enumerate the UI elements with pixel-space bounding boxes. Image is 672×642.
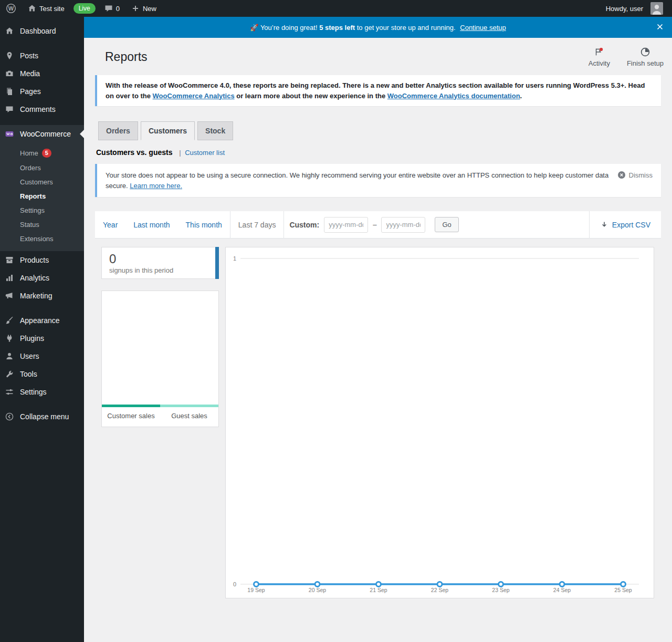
- sidebar-item-comments[interactable]: Comments: [0, 100, 84, 118]
- activity-button[interactable]: Activity: [589, 47, 610, 67]
- signups-chart: 0119 Sep20 Sep21 Sep22 Sep23 Sep24 Sep25…: [225, 247, 654, 598]
- my-account-menu[interactable]: Howdy, user: [600, 0, 669, 17]
- date-from-input[interactable]: [324, 217, 368, 233]
- sidebar-item-pages[interactable]: Pages: [0, 82, 84, 100]
- sidebar-item-media[interactable]: Media: [0, 65, 84, 82]
- settings-icon: [4, 387, 15, 397]
- wordpress-menu[interactable]: W: [0, 0, 22, 17]
- sidebar-subitem-status[interactable]: Status: [0, 218, 84, 232]
- export-csv-link[interactable]: Export CSV: [589, 211, 661, 238]
- stat-accent-bar: [215, 247, 219, 279]
- plugins-icon: [4, 334, 15, 343]
- avatar: [650, 2, 663, 15]
- activity-flag-icon: [594, 47, 604, 57]
- sidebar-item-products[interactable]: Products: [0, 251, 84, 269]
- new-content-menu[interactable]: New: [125, 0, 162, 17]
- range-tab-year[interactable]: Year: [95, 211, 125, 238]
- sidebar-item-label: Media: [20, 69, 40, 78]
- subnav-customer-list-link[interactable]: Customer list: [185, 149, 225, 157]
- new-label: New: [143, 5, 156, 13]
- finish-setup-icon: [640, 47, 650, 57]
- sidebar-item-label: Dashboard: [20, 27, 56, 35]
- steps-left: 5 steps left: [319, 24, 355, 32]
- dismiss-button[interactable]: Dismiss: [617, 170, 653, 179]
- sidebar-subitem-home[interactable]: Home5: [0, 146, 84, 161]
- rocket-icon: 🚀: [250, 24, 258, 32]
- range-tab-this-month[interactable]: This month: [178, 211, 230, 238]
- report-tabs: OrdersCustomersStock: [95, 121, 661, 140]
- analytics-icon: [4, 273, 15, 283]
- continue-setup-link[interactable]: Continue setup: [460, 24, 506, 32]
- howdy-text: Howdy, user: [606, 5, 643, 13]
- sidebar-subitem-customers[interactable]: Customers: [0, 175, 84, 189]
- appearance-icon: [4, 316, 15, 325]
- sidebar-subitem-settings[interactable]: Settings: [0, 203, 84, 218]
- woocommerce-analytics-link[interactable]: WooCommerce Analytics: [153, 92, 235, 100]
- comment-icon: [104, 4, 113, 13]
- legend-item-guest-sales[interactable]: Guest sales: [160, 405, 218, 427]
- banner-close-button[interactable]: [656, 23, 665, 32]
- site-name-menu[interactable]: Test site: [22, 0, 70, 17]
- learn-more-link[interactable]: Learn more here.: [130, 182, 182, 190]
- sidebar-item-dashboard[interactable]: Dashboard: [0, 22, 84, 40]
- comments-admin-bar-item[interactable]: 0: [99, 0, 125, 17]
- woocommerce-submenu: Home5OrdersCustomersReportsSettingsStatu…: [0, 143, 84, 251]
- sidebar-item-label: Posts: [20, 51, 38, 60]
- comments-icon: [4, 105, 15, 114]
- sidebar-item-appearance[interactable]: Appearance: [0, 312, 84, 329]
- sidebar-item-label: Settings: [20, 388, 47, 396]
- legend-item-customer-sales[interactable]: Customer sales: [102, 405, 160, 427]
- sidebar-item-analytics[interactable]: Analytics: [0, 269, 84, 287]
- pages-icon: [4, 87, 15, 96]
- sidebar-item-collapse-menu[interactable]: Collapse menu: [0, 408, 84, 426]
- go-button[interactable]: Go: [435, 217, 458, 232]
- sidebar-subitem-orders[interactable]: Orders: [0, 161, 84, 175]
- security-notice: Your store does not appear to be using a…: [95, 164, 661, 197]
- sidebar-item-label: Marketing: [20, 292, 52, 300]
- sidebar-subitem-extensions[interactable]: Extensions: [0, 232, 84, 246]
- report-content: 0 signups in this period Customer salesG…: [101, 247, 654, 598]
- finish-setup-button[interactable]: Finish setup: [627, 47, 664, 67]
- admin-bar: W Test site Live 0 New Howdy, user: [0, 0, 672, 17]
- signups-chart-svg: 0119 Sep20 Sep21 Sep22 Sep23 Sep24 Sep25…: [226, 247, 654, 598]
- tab-orders[interactable]: Orders: [98, 121, 138, 140]
- subnav-customers-vs-guests: Customers vs. guests: [96, 148, 173, 157]
- report-sidebar: 0 signups in this period Customer salesG…: [101, 247, 219, 598]
- plus-icon: [131, 4, 140, 13]
- svg-text:23 Sep: 23 Sep: [492, 587, 509, 593]
- sidebar-item-label: Products: [20, 256, 49, 264]
- sidebar-item-plugins[interactable]: Plugins: [0, 329, 84, 347]
- range-tab-last-7-days[interactable]: Last 7 days: [230, 211, 285, 238]
- live-badge: Live: [74, 3, 96, 14]
- sidebar-item-label: Tools: [20, 370, 37, 378]
- sidebar-item-users[interactable]: Users: [0, 347, 84, 365]
- sidebar-subitem-reports[interactable]: Reports: [0, 189, 84, 203]
- sidebar-item-marketing[interactable]: Marketing: [0, 287, 84, 305]
- setup-banner-text: 🚀 You’re doing great! 5 steps left to ge…: [84, 24, 672, 32]
- tab-stock[interactable]: Stock: [197, 121, 233, 140]
- svg-text:24 Sep: 24 Sep: [553, 587, 571, 593]
- sidebar-item-label: Plugins: [20, 334, 44, 343]
- site-name: Test site: [39, 5, 65, 13]
- sidebar-item-label: Comments: [20, 105, 56, 113]
- svg-text:0: 0: [233, 581, 236, 587]
- tools-icon: [4, 369, 15, 379]
- sidebar-item-tools[interactable]: Tools: [0, 365, 84, 383]
- woocommerce-icon: [4, 129, 15, 139]
- update-count-badge: 5: [42, 149, 51, 158]
- date-to-input[interactable]: [381, 217, 425, 233]
- posts-icon: [4, 51, 15, 60]
- sidebar-item-label: Users: [20, 352, 39, 360]
- range-tabs: YearLast monthThis monthLast 7 days: [95, 211, 284, 238]
- tab-customers[interactable]: Customers: [141, 121, 195, 140]
- range-separator: –: [373, 221, 376, 229]
- range-tab-last-month[interactable]: Last month: [125, 211, 177, 238]
- sidebar-item-woocommerce[interactable]: WooCommerce: [0, 125, 84, 143]
- sidebar-item-label: WooCommerce: [20, 130, 71, 138]
- analytics-documentation-link[interactable]: WooCommerce Analytics documentation: [387, 92, 520, 100]
- sidebar-item-posts[interactable]: Posts: [0, 47, 84, 65]
- page-header: Reports Activity Finish setup: [84, 38, 672, 75]
- sidebar-item-settings[interactable]: Settings: [0, 383, 84, 401]
- sidebar-item-label: Appearance: [20, 316, 60, 325]
- download-icon: [600, 221, 608, 229]
